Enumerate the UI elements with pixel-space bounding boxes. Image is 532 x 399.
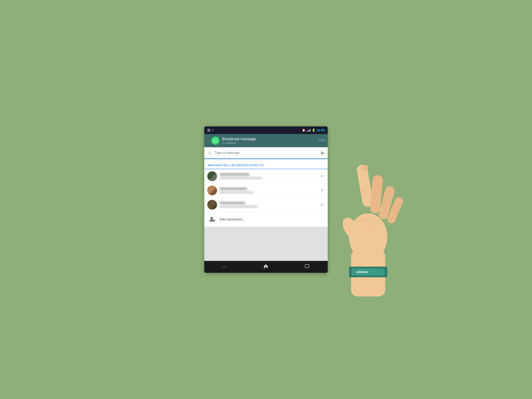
recipient-subtitle: [220, 206, 258, 208]
recipient-item: ✕: [204, 184, 328, 198]
avatar: [207, 200, 217, 210]
add-participant-button[interactable]: Add participant...: [204, 212, 328, 227]
attach-button[interactable]: 📎: [318, 137, 326, 145]
recipients-header: MESSAGE WILL BE BROADCASTED TO:: [204, 160, 328, 169]
hand-illustration: wikiHow: [323, 147, 413, 297]
app-header: ‹ Broadcast message 3 recipients 📎: [204, 134, 328, 147]
recipients-title: MESSAGE WILL BE BROADCASTED TO:: [208, 164, 265, 167]
svg-text:wikiHow: wikiHow: [356, 270, 368, 274]
sim-icon: 3: [212, 129, 213, 132]
back-nav-button[interactable]: ←: [221, 262, 229, 271]
avatar: [207, 186, 217, 195]
recents-nav-button[interactable]: [303, 262, 311, 272]
recipient-name: [220, 188, 247, 190]
svg-point-0: [210, 217, 213, 219]
empty-area: [204, 227, 328, 261]
phone-frame: 🖼 3 ⏰ 🔋 10:05 ‹ Broadcast message 3 reci…: [204, 127, 328, 273]
recipient-item: ✕: [204, 198, 328, 212]
emoji-button[interactable]: ☺: [207, 150, 213, 156]
status-time: 10:05: [317, 128, 325, 132]
recipient-name: [220, 173, 249, 176]
bottom-nav: ←: [204, 261, 328, 273]
header-subtitle: 3 recipients: [222, 141, 317, 145]
home-nav-button[interactable]: [261, 262, 270, 272]
svg-rect-3: [305, 265, 309, 268]
image-icon: 🖼: [207, 128, 210, 132]
header-title: Broadcast message: [222, 137, 317, 141]
add-participant-icon: [208, 215, 217, 224]
recipient-info: [220, 188, 317, 193]
avatar: [207, 171, 217, 181]
add-participant-label: Add participant...: [220, 217, 245, 221]
signal-bars: [307, 129, 310, 132]
recipients-panel: MESSAGE WILL BE BROADCASTED TO: ✕ ✕: [204, 160, 328, 227]
recipient-subtitle: [220, 177, 262, 179]
status-left-icons: 🖼 3: [207, 128, 213, 132]
recipient-subtitle: [220, 191, 254, 193]
recipient-item: ✕: [204, 169, 328, 184]
battery-icon: 🔋: [312, 128, 315, 132]
message-input-area: ☺ ▶: [204, 147, 328, 159]
recipient-info: [220, 173, 317, 179]
clock-icon: ⏰: [302, 128, 305, 132]
status-right-icons: ⏰ 🔋 10:05: [302, 128, 325, 132]
header-text: Broadcast message 3 recipients: [222, 137, 317, 145]
back-button[interactable]: ‹: [207, 138, 209, 143]
status-bar: 🖼 3 ⏰ 🔋 10:05: [204, 127, 328, 134]
recipient-name: [220, 202, 245, 204]
recipient-info: [220, 202, 317, 208]
message-input[interactable]: [215, 151, 319, 155]
whatsapp-logo: [211, 136, 220, 145]
